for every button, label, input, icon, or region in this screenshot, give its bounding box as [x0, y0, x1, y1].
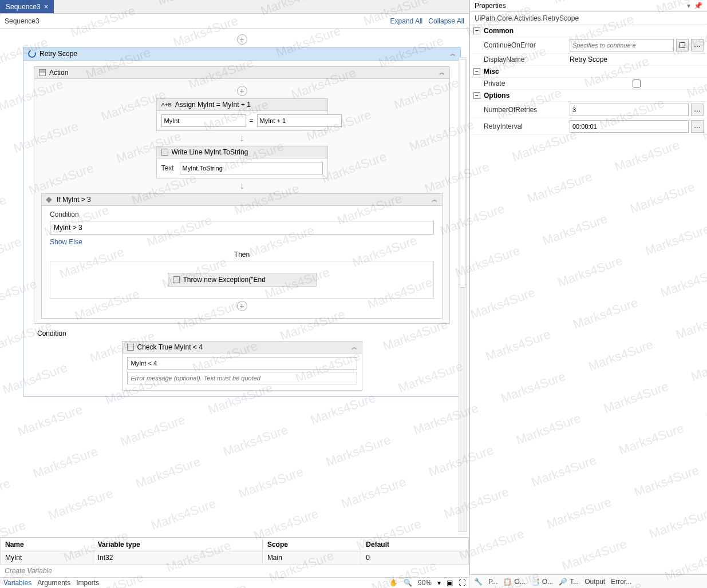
col-scope[interactable]: Scope [262, 538, 361, 551]
ellipsis-button[interactable]: … [691, 120, 704, 133]
write-line-text-input[interactable] [180, 162, 323, 174]
if-activity[interactable]: If MyInt > 3 ︽ Condition Show Else Then [41, 193, 443, 319]
col-default[interactable]: Default [361, 538, 469, 551]
if-icon [46, 196, 53, 203]
bool-toggle-button[interactable] [676, 39, 689, 51]
section-common[interactable]: − Common [470, 25, 707, 37]
pan-icon[interactable]: ✋ [389, 579, 398, 587]
collapse-toggle-icon[interactable]: − [473, 27, 480, 34]
status-o2[interactable]: 📑 O... [531, 578, 553, 586]
equals-label: = [250, 117, 254, 125]
create-variable-link[interactable]: Create Variable [0, 565, 469, 577]
action-sequence[interactable]: Action ︽ + A+B Assign MyInt = MyInt + 1 [34, 66, 450, 324]
assign-activity[interactable]: A+B Assign MyInt = MyInt + 1 = [156, 98, 328, 131]
col-type[interactable]: Variable type [93, 538, 262, 551]
retry-scope-header[interactable]: Retry Scope ︽ [23, 47, 460, 61]
status-p[interactable]: P... [488, 578, 497, 586]
assign-icon: A+B [161, 102, 172, 108]
collapse-all-link[interactable]: Collapse All [428, 17, 464, 25]
prop-private: Private [470, 78, 707, 90]
check-true-activity[interactable]: Check True MyInt < 4 ︽ [122, 341, 362, 391]
retry-icon [27, 49, 37, 59]
fullscreen-icon[interactable]: ⛶ [459, 579, 465, 587]
tab-bar: Sequence3 × [0, 0, 469, 14]
collapse-icon[interactable]: ︽ [432, 196, 437, 204]
collapse-icon[interactable]: ︽ [351, 343, 357, 351]
retry-scope-title: Retry Scope [40, 50, 77, 58]
assign-to-input[interactable] [161, 114, 246, 127]
sequence-icon [39, 69, 46, 76]
add-activity-icon[interactable]: + [237, 34, 247, 45]
breadcrumb-item[interactable]: Sequence3 [5, 17, 40, 25]
zoom-dropdown-icon[interactable]: ▾ [437, 579, 441, 587]
expand-all-link[interactable]: Expand All [390, 17, 423, 25]
search-icon[interactable]: 🔍 [404, 579, 412, 587]
add-activity-icon[interactable]: + [237, 86, 247, 96]
then-label: Then [50, 246, 434, 261]
tab-arguments[interactable]: Arguments [37, 579, 70, 587]
prop-continue-on-error: ContinueOnError … [470, 37, 707, 54]
assign-value-input[interactable] [257, 114, 342, 127]
status-o1[interactable]: 📋 O... [503, 578, 525, 586]
action-title: Action [49, 69, 68, 77]
scrollbar[interactable] [459, 57, 467, 532]
tab-variables[interactable]: Variables [3, 579, 31, 587]
fit-icon[interactable]: ▣ [447, 579, 453, 587]
bottom-tabs: Variables Arguments Imports ✋ 🔍 90% ▾ ▣ … [0, 577, 469, 588]
if-header[interactable]: If MyInt > 3 ︽ [42, 194, 442, 206]
designer-panel: Sequence3 × Sequence3 Expand All Collaps… [0, 0, 469, 588]
display-name-value[interactable]: Retry Scope [570, 55, 607, 63]
col-name[interactable]: Name [1, 538, 93, 551]
flow-arrow-icon: ↓ [41, 178, 443, 193]
var-scope[interactable]: Main [262, 551, 361, 565]
variables-table: Name Variable type Scope Default MyInt I… [0, 538, 469, 565]
table-row[interactable]: MyInt Int32 Main 0 [1, 551, 469, 565]
collapse-toggle-icon[interactable]: − [473, 92, 480, 99]
pin-icon[interactable]: 📌 [694, 2, 702, 10]
properties-title: Properties [475, 2, 506, 10]
tab-sequence3[interactable]: Sequence3 × [0, 0, 54, 13]
private-checkbox[interactable] [570, 80, 704, 88]
zoom-level[interactable]: 90% [418, 579, 432, 587]
activity-class-name: UiPath.Core.Activities.RetryScope [470, 12, 707, 25]
write-line-title: Write Line MyInt.ToString [172, 148, 248, 156]
retry-scope-card[interactable]: Retry Scope ︽ Action ︽ + [23, 47, 461, 397]
status-bar: 🔧 P... 📋 O... 📑 O... 🔎 T... Output Error… [469, 574, 707, 588]
design-canvas[interactable]: + Retry Scope ︽ Action ︽ + [0, 29, 469, 537]
tab-imports[interactable]: Imports [76, 579, 99, 587]
status-output[interactable]: Output [584, 578, 605, 586]
collapse-icon[interactable]: ︽ [450, 50, 456, 58]
show-else-link[interactable]: Show Else [50, 238, 434, 246]
section-misc[interactable]: − Misc [470, 66, 707, 78]
section-options[interactable]: − Options [470, 90, 707, 102]
check-expression-input[interactable] [127, 357, 357, 370]
check-true-header[interactable]: Check True MyInt < 4 ︽ [123, 341, 362, 353]
condition-input[interactable] [50, 221, 434, 235]
status-error[interactable]: Error... [611, 578, 631, 586]
throw-activity[interactable]: Throw new Exception("End [168, 273, 317, 287]
condition-label: Condition [50, 210, 434, 218]
collapse-toggle-icon[interactable]: − [473, 68, 480, 75]
number-of-retries-input[interactable] [570, 104, 689, 116]
var-type[interactable]: Int32 [93, 551, 262, 565]
write-line-activity[interactable]: Write Line MyInt.ToString Text [156, 146, 328, 178]
close-icon[interactable]: × [44, 2, 49, 11]
ellipsis-button[interactable]: … [691, 39, 704, 51]
collapse-icon[interactable]: ︽ [439, 69, 445, 77]
continue-on-error-input[interactable] [570, 39, 674, 51]
dropdown-icon[interactable]: ▾ [687, 2, 690, 10]
action-header[interactable]: Action ︽ [34, 67, 449, 79]
ellipsis-button[interactable]: … [691, 104, 704, 116]
var-name[interactable]: MyInt [1, 551, 93, 565]
retry-interval-input[interactable] [570, 120, 689, 133]
variables-panel: Name Variable type Scope Default MyInt I… [0, 537, 469, 588]
add-activity-icon[interactable]: + [237, 301, 247, 311]
check-error-input[interactable] [127, 372, 357, 384]
prop-number-of-retries: NumberOfRetries … [470, 102, 707, 118]
var-default[interactable]: 0 [361, 551, 469, 565]
wrench-icon[interactable]: 🔧 [474, 578, 483, 586]
write-line-icon [161, 149, 168, 156]
status-t[interactable]: 🔎 T... [559, 578, 579, 586]
throw-label: Throw new Exception("End [183, 276, 266, 284]
breadcrumb-bar: Sequence3 Expand All Collapse All [0, 14, 469, 29]
